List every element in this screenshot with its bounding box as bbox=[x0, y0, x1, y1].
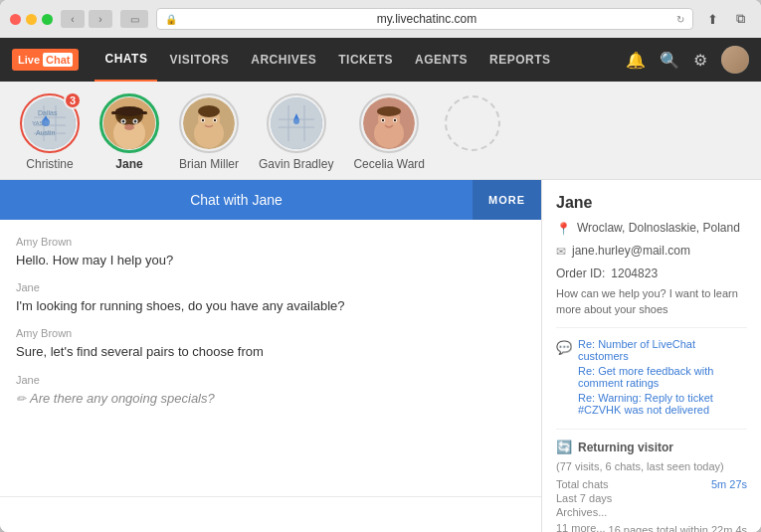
chat-panel: Chat with Jane MORE Amy Brown Hello. How… bbox=[0, 180, 542, 532]
sender-1: Amy Brown bbox=[16, 236, 525, 248]
pages-info: 16 pages total within 22m 4s bbox=[609, 524, 747, 532]
visitor-bar: Dallas YAS Austin 3 Christine bbox=[0, 82, 761, 180]
order-label: Order ID: bbox=[556, 266, 605, 282]
url-display: my.livechatinc.com bbox=[183, 12, 670, 26]
total-chats-time: 5m 27s bbox=[711, 478, 747, 490]
user-avatar[interactable] bbox=[721, 46, 749, 74]
greeting-text: How can we help you? I want to learn mor… bbox=[556, 286, 747, 317]
returning-section: 🔄 Returning visitor (77 visits, 6 chats,… bbox=[556, 429, 747, 532]
new-tab-button[interactable]: ⧉ bbox=[729, 10, 751, 28]
svg-point-23 bbox=[115, 106, 143, 116]
svg-point-21 bbox=[124, 124, 134, 130]
empty-name bbox=[471, 155, 474, 169]
search-icon[interactable]: 🔍 bbox=[660, 51, 679, 70]
maximize-button[interactable] bbox=[42, 14, 53, 25]
info-panel: Jane 📍 Wroclaw, Dolnoslaskie, Poland ✉ j… bbox=[542, 180, 761, 532]
gavin-name: Gavin Bradley bbox=[259, 157, 333, 171]
nav-tickets[interactable]: TICKETS bbox=[328, 38, 403, 82]
logo-live-text: Live bbox=[18, 54, 40, 66]
svg-text:Austin: Austin bbox=[36, 129, 56, 136]
nav-items: CHATS VISITORS ARCHIVES TICKETS AGENTS R… bbox=[95, 38, 626, 82]
svg-point-9 bbox=[42, 118, 50, 126]
app-navbar: Live Chat CHATS VISITORS ARCHIVES TICKET… bbox=[0, 38, 761, 82]
contact-name: Jane bbox=[556, 194, 747, 212]
lock-icon: 🔒 bbox=[165, 14, 177, 25]
visitor-empty[interactable] bbox=[445, 95, 500, 169]
forward-button[interactable]: › bbox=[89, 10, 112, 28]
chat-input-area bbox=[0, 496, 541, 532]
location-icon: 📍 bbox=[556, 221, 571, 238]
svg-point-20 bbox=[134, 120, 137, 123]
link-1[interactable]: Re: Number of LiveChat customers bbox=[578, 338, 747, 362]
cecelia-name: Cecelia Ward bbox=[353, 157, 425, 171]
empty-avatar bbox=[445, 95, 500, 151]
nav-archives[interactable]: ARCHIVES bbox=[241, 38, 326, 82]
svg-text:Dallas: Dallas bbox=[38, 109, 58, 116]
jane-name: Jane bbox=[115, 157, 142, 171]
browser-window: ‹ › ▭ 🔒 my.livechatinc.com ↻ ⬆ ⧉ Live Ch… bbox=[0, 0, 761, 532]
returning-detail: (77 visits, 6 chats, last seen today) bbox=[556, 460, 747, 472]
gavin-ring bbox=[267, 93, 326, 153]
pencil-icon: ✏ bbox=[16, 392, 26, 406]
nav-reports[interactable]: REPORTS bbox=[479, 38, 561, 82]
visitor-brian[interactable]: Brian Miller bbox=[179, 93, 239, 171]
minimize-button[interactable] bbox=[26, 14, 37, 25]
gear-icon[interactable]: ⚙ bbox=[693, 51, 707, 70]
order-row: Order ID: 1204823 bbox=[556, 266, 747, 282]
sender-2: Jane bbox=[16, 281, 525, 293]
brian-name: Brian Miller bbox=[179, 157, 239, 171]
links-container: 💬 Re: Number of LiveChat customers Re: G… bbox=[556, 338, 747, 419]
jane-ring bbox=[99, 93, 159, 153]
main-content: Dallas YAS Austin 3 Christine bbox=[0, 82, 761, 532]
link-3[interactable]: Re: Warning: Reply to ticket #CZVHK was … bbox=[578, 392, 747, 416]
email-text: jane.hurley@mail.com bbox=[572, 243, 690, 260]
nav-chats[interactable]: CHATS bbox=[95, 38, 157, 82]
close-button[interactable] bbox=[10, 14, 21, 25]
message-group-1: Amy Brown Hello. How may I help you? bbox=[16, 236, 525, 269]
link-2[interactable]: Re: Get more feedback with comment ratin… bbox=[578, 365, 747, 389]
message-group-3: Amy Brown Sure, let's find several pairs… bbox=[16, 327, 525, 361]
brian-avatar bbox=[183, 97, 235, 149]
logo-chat-text: Chat bbox=[43, 53, 73, 67]
message-group-2: Jane I'm looking for running shoes, do y… bbox=[16, 281, 525, 315]
visitor-gavin[interactable]: Gavin Bradley bbox=[259, 93, 333, 171]
gavin-map-svg bbox=[271, 97, 322, 149]
traffic-lights bbox=[10, 14, 53, 25]
greeting-row: How can we help you? I want to learn mor… bbox=[556, 286, 747, 317]
svg-point-31 bbox=[214, 119, 216, 121]
nav-right: 🔔 🔍 ⚙ bbox=[626, 46, 749, 74]
back-button[interactable]: ‹ bbox=[61, 10, 85, 28]
jane-face-svg bbox=[103, 97, 155, 149]
more-button[interactable]: MORE bbox=[473, 180, 541, 220]
svg-point-42 bbox=[377, 106, 401, 116]
message-text-4: ✏Are there any ongoing specials? bbox=[16, 390, 525, 408]
chat-input-field[interactable] bbox=[12, 507, 529, 522]
address-bar[interactable]: 🔒 my.livechatinc.com ↻ bbox=[156, 8, 693, 30]
refresh-icon[interactable]: ↻ bbox=[676, 14, 684, 25]
nav-visitors[interactable]: VISITORS bbox=[159, 38, 239, 82]
bell-icon[interactable]: 🔔 bbox=[626, 51, 646, 70]
tab-view-button[interactable]: ▭ bbox=[120, 10, 148, 28]
stats-row-1: Total chats 5m 27s bbox=[556, 478, 747, 490]
visitor-christine[interactable]: Dallas YAS Austin 3 Christine bbox=[20, 93, 80, 171]
cecelia-avatar bbox=[363, 97, 415, 149]
archives-label: Archives... bbox=[556, 506, 607, 518]
returning-header: 🔄 Returning visitor bbox=[556, 440, 747, 454]
returning-label: Returning visitor bbox=[578, 441, 673, 454]
visitor-jane[interactable]: Jane bbox=[99, 93, 159, 171]
christine-badge: 3 bbox=[64, 91, 82, 109]
svg-point-46 bbox=[394, 119, 396, 121]
logo[interactable]: Live Chat bbox=[12, 49, 79, 71]
visitor-cecelia[interactable]: Cecelia Ward bbox=[353, 93, 425, 171]
cecelia-ring bbox=[359, 93, 419, 153]
links-section: 💬 Re: Number of LiveChat customers Re: G… bbox=[556, 327, 747, 419]
sender-4: Jane bbox=[16, 374, 525, 386]
svg-point-27 bbox=[198, 105, 220, 117]
jane-avatar bbox=[103, 97, 155, 149]
svg-point-19 bbox=[122, 120, 125, 123]
email-icon: ✉ bbox=[556, 244, 566, 261]
stats-row-3: Archives... bbox=[556, 506, 747, 518]
message-text-2: I'm looking for running shoes, do you ha… bbox=[16, 297, 525, 315]
share-button[interactable]: ⬆ bbox=[701, 10, 723, 28]
nav-agents[interactable]: AGENTS bbox=[405, 38, 477, 82]
